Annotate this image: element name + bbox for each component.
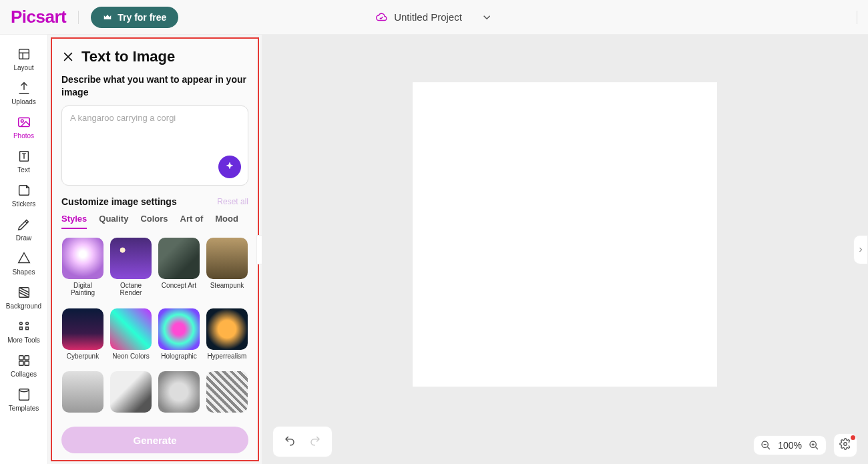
rail-item-templates[interactable]: Templates bbox=[4, 385, 44, 415]
style-option-steampunk[interactable]: Steampunk bbox=[206, 238, 248, 303]
zoom-out-icon[interactable] bbox=[761, 440, 771, 451]
zoom-bar: 100% bbox=[753, 433, 857, 457]
style-option-concept-art[interactable]: Concept Art bbox=[158, 238, 200, 303]
redo-icon bbox=[309, 435, 321, 447]
rail-item-stickers[interactable]: Stickers bbox=[4, 180, 44, 210]
svg-point-15 bbox=[844, 443, 847, 446]
zoom-in-icon[interactable] bbox=[809, 440, 819, 451]
rail-label: Draw bbox=[16, 234, 31, 242]
canvas-area[interactable] bbox=[262, 35, 868, 464]
tab-quality[interactable]: Quality bbox=[99, 214, 128, 229]
rail-item-text[interactable]: Text bbox=[4, 146, 44, 176]
expand-right-panel-button[interactable] bbox=[853, 235, 868, 264]
svg-point-5 bbox=[19, 322, 22, 325]
panel-header: Text to Image bbox=[61, 48, 248, 65]
project-title-area[interactable]: Untitled Project bbox=[375, 11, 493, 23]
cloud-icon bbox=[375, 11, 387, 23]
style-thumb bbox=[110, 371, 152, 413]
left-toolbar: LayoutUploadsPhotosTextStickersDrawShape… bbox=[0, 35, 48, 464]
style-name: Holographic bbox=[161, 353, 196, 361]
svg-rect-11 bbox=[19, 361, 23, 365]
svg-rect-10 bbox=[24, 356, 28, 360]
style-name: Octane Render bbox=[110, 282, 152, 297]
describe-label: Describe what you want to appear in your… bbox=[61, 73, 248, 99]
svg-rect-7 bbox=[19, 327, 22, 330]
uploads-icon bbox=[17, 81, 31, 95]
panel-title: Text to Image bbox=[81, 48, 175, 65]
style-name: Hyperrealism bbox=[208, 353, 247, 361]
style-option-digital-painting[interactable]: Digital Painting bbox=[61, 238, 104, 303]
sparkle-icon bbox=[224, 162, 235, 172]
side-panel-wrap: Text to Image Describe what you want to … bbox=[48, 35, 262, 464]
tab-colors[interactable]: Colors bbox=[140, 214, 168, 229]
svg-rect-0 bbox=[19, 49, 29, 59]
project-name: Untitled Project bbox=[394, 11, 462, 23]
layout-icon bbox=[17, 47, 31, 61]
settings-tabs: StylesQualityColorsArt ofMood bbox=[61, 214, 248, 230]
rail-label: Uploads bbox=[11, 98, 36, 105]
generate-button[interactable]: Generate bbox=[61, 427, 248, 453]
rail-label: Layout bbox=[13, 64, 33, 71]
rail-item-background[interactable]: Background bbox=[4, 282, 44, 312]
zoom-controls: 100% bbox=[753, 435, 827, 455]
style-option-octane-render[interactable]: Octane Render bbox=[110, 238, 152, 303]
style-option-hyperrealism[interactable]: Hyperrealism bbox=[206, 308, 248, 366]
header: Picsart Try for free Untitled Project bbox=[0, 0, 868, 35]
notification-dot bbox=[851, 435, 855, 440]
svg-rect-12 bbox=[24, 361, 28, 365]
rail-item-photos[interactable]: Photos bbox=[4, 112, 44, 142]
style-name: Steampunk bbox=[210, 282, 244, 290]
style-thumb bbox=[158, 238, 200, 279]
style-name: Concept Art bbox=[162, 282, 196, 290]
shapes-icon bbox=[17, 251, 31, 266]
rail-item-layout[interactable]: Layout bbox=[4, 44, 44, 74]
prompt-box bbox=[61, 105, 248, 186]
style-thumb bbox=[62, 308, 103, 350]
draw-icon bbox=[17, 217, 31, 232]
tab-art-of[interactable]: Art of bbox=[180, 214, 204, 229]
history-bar bbox=[272, 426, 333, 457]
style-option-holographic[interactable]: Holographic bbox=[158, 308, 200, 366]
style-option-unnamed[interactable] bbox=[110, 371, 152, 419]
close-icon[interactable] bbox=[61, 50, 75, 63]
crown-icon bbox=[103, 13, 112, 22]
gear-icon bbox=[839, 438, 851, 450]
logo[interactable]: Picsart bbox=[11, 7, 66, 27]
tab-styles[interactable]: Styles bbox=[61, 214, 87, 229]
reset-all-link[interactable]: Reset all bbox=[217, 197, 248, 206]
style-thumb bbox=[62, 238, 103, 279]
magic-prompt-button[interactable] bbox=[218, 156, 241, 178]
style-option-cyberpunk[interactable]: Cyberpunk bbox=[61, 308, 104, 366]
style-option-unnamed[interactable] bbox=[158, 371, 200, 419]
tab-mood[interactable]: Mood bbox=[215, 214, 238, 229]
rail-item-draw[interactable]: Draw bbox=[4, 214, 44, 244]
try-for-free-button[interactable]: Try for free bbox=[91, 7, 178, 28]
rail-item-shapes[interactable]: Shapes bbox=[4, 248, 44, 278]
style-name: Digital Painting bbox=[61, 282, 104, 297]
rail-label: Templates bbox=[9, 405, 39, 412]
rail-item-uploads[interactable]: Uploads bbox=[4, 78, 44, 108]
stickers-icon bbox=[17, 183, 31, 198]
rail-item-collages[interactable]: Collages bbox=[4, 351, 44, 381]
canvas[interactable] bbox=[413, 82, 717, 387]
style-option-unnamed[interactable] bbox=[206, 371, 248, 419]
zoom-level[interactable]: 100% bbox=[775, 440, 805, 451]
customize-row: Customize image settings Reset all bbox=[61, 196, 248, 207]
styles-grid: Digital PaintingOctane RenderConcept Art… bbox=[61, 238, 248, 421]
style-option-unnamed[interactable] bbox=[61, 371, 104, 419]
templates-icon bbox=[17, 387, 31, 402]
style-thumb bbox=[206, 371, 248, 413]
style-thumb bbox=[206, 308, 248, 350]
svg-rect-1 bbox=[18, 118, 29, 127]
redo-button[interactable] bbox=[306, 432, 324, 451]
rail-item-moretools[interactable]: More Tools bbox=[4, 316, 44, 346]
background-icon bbox=[17, 285, 31, 300]
prompt-input[interactable] bbox=[70, 113, 240, 160]
rail-label: Collages bbox=[11, 371, 37, 378]
photos-icon bbox=[17, 115, 31, 130]
undo-button[interactable] bbox=[281, 432, 298, 451]
style-option-neon-colors[interactable]: Neon Colors bbox=[110, 308, 152, 366]
svg-rect-9 bbox=[19, 356, 23, 360]
style-thumb bbox=[110, 238, 152, 279]
settings-button[interactable] bbox=[833, 433, 857, 457]
